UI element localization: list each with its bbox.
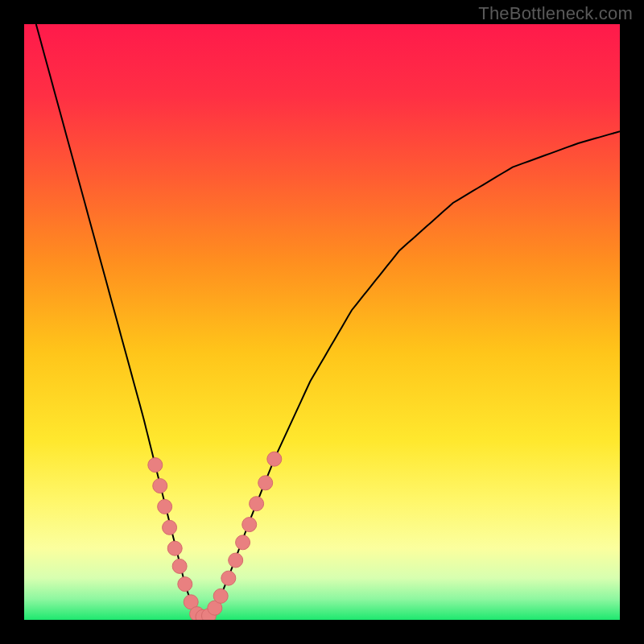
data-marker — [236, 535, 250, 550]
data-marker — [267, 452, 282, 466]
data-marker — [158, 499, 172, 514]
bottleneck-chart — [24, 24, 620, 620]
plot-area — [24, 24, 620, 620]
data-marker — [221, 571, 236, 585]
data-marker — [148, 458, 163, 473]
gradient-background — [24, 24, 620, 620]
data-marker — [242, 518, 257, 532]
data-marker — [167, 541, 182, 555]
data-marker — [213, 588, 228, 603]
data-marker — [258, 476, 273, 490]
data-marker — [172, 559, 187, 573]
chart-stage: TheBottleneck.com — [0, 0, 644, 644]
data-marker — [229, 553, 243, 568]
data-marker — [153, 479, 167, 493]
data-marker — [250, 497, 264, 511]
data-marker — [178, 577, 192, 592]
watermark-text: TheBottleneck.com — [478, 3, 633, 24]
data-marker — [163, 520, 177, 535]
